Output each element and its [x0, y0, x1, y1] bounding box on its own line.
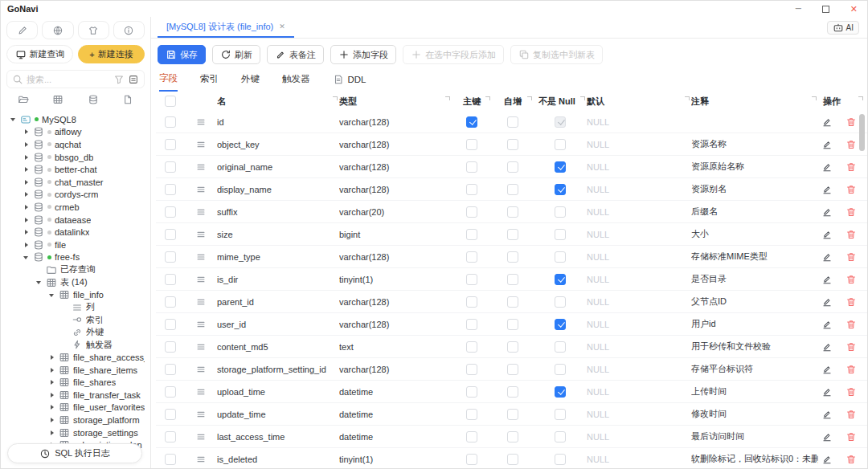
primary-key-checkbox[interactable]	[466, 274, 477, 285]
default-value[interactable]: NULL	[587, 230, 691, 239]
primary-key-checkbox[interactable]	[466, 184, 477, 195]
edit-comment-button[interactable]	[821, 454, 833, 465]
delete-field-button[interactable]	[845, 319, 857, 330]
drag-handle-icon[interactable]	[195, 364, 207, 375]
field-type[interactable]: tinyint(1)	[339, 275, 452, 284]
field-name[interactable]: mime_type	[217, 252, 339, 262]
column-header-type[interactable]: 类型	[339, 96, 452, 108]
default-value[interactable]: NULL	[587, 275, 691, 284]
row-select-checkbox[interactable]	[165, 431, 176, 442]
tab-ddl[interactable]: DDL	[333, 72, 366, 92]
maximize-icon[interactable]	[822, 6, 829, 13]
row-select-checkbox[interactable]	[165, 116, 176, 128]
auto-increment-checkbox[interactable]	[507, 364, 518, 375]
field-type[interactable]: varchar(128)	[339, 162, 452, 172]
default-value[interactable]: NULL	[587, 207, 691, 217]
not-null-checkbox[interactable]	[555, 251, 566, 263]
edit-comment-button[interactable]	[821, 184, 833, 195]
tree-expand-arrow-icon[interactable]	[23, 141, 30, 148]
tab-design-table[interactable]: [MySQL8] 设计表 (file_info) ✕	[158, 17, 294, 38]
edit-comment-button[interactable]	[821, 206, 833, 218]
field-type[interactable]: varchar(128)	[339, 185, 452, 194]
column-header-primary-key[interactable]: 主键	[452, 96, 492, 108]
tree-collapse-arrow-icon[interactable]	[23, 254, 30, 261]
select-all-checkbox[interactable]	[165, 96, 176, 107]
tree-item[interactable]: storage_settings	[6, 426, 145, 439]
close-tab-icon[interactable]: ✕	[279, 22, 285, 31]
tree-item[interactable]: 列	[6, 301, 145, 314]
delete-field-button[interactable]	[845, 229, 857, 240]
field-name[interactable]: last_access_time	[217, 432, 339, 442]
tree-item[interactable]: 触发器	[6, 339, 145, 352]
default-value[interactable]: NULL	[587, 387, 691, 397]
column-header-name[interactable]: 名	[217, 96, 339, 108]
drag-handle-icon[interactable]	[195, 229, 207, 240]
info-button[interactable]	[113, 21, 145, 39]
delete-field-button[interactable]	[845, 139, 857, 150]
drag-handle-icon[interactable]	[195, 161, 207, 173]
edit-comment-button[interactable]	[821, 161, 833, 173]
drag-handle-icon[interactable]	[195, 319, 207, 330]
drag-handle-icon[interactable]	[195, 274, 207, 285]
field-type[interactable]: datetime	[339, 432, 452, 442]
tree-item[interactable]: crmeb	[6, 201, 145, 214]
field-name[interactable]: is_deleted	[217, 455, 339, 464]
primary-key-checkbox[interactable]	[466, 161, 477, 173]
tree-expand-arrow-icon[interactable]	[48, 391, 55, 398]
not-null-checkbox[interactable]	[555, 409, 566, 420]
tree-item[interactable]: file	[6, 239, 145, 251]
field-name[interactable]: content_md5	[217, 342, 339, 352]
smart-filter-icon[interactable]	[128, 74, 139, 85]
filter-funnel-icon[interactable]	[113, 74, 125, 85]
drag-handle-icon[interactable]	[195, 409, 207, 420]
new-query-button[interactable]: 新建查询	[6, 45, 73, 63]
tree-item[interactable]: 外键	[6, 326, 145, 339]
edit-comment-button[interactable]	[821, 431, 833, 442]
not-null-checkbox[interactable]	[555, 274, 566, 285]
tree-expand-arrow-icon[interactable]	[48, 404, 55, 411]
tree-item[interactable]: aqchat	[6, 138, 145, 151]
drag-handle-icon[interactable]	[195, 206, 207, 218]
globe-button[interactable]	[42, 21, 73, 39]
default-value[interactable]: NULL	[587, 117, 691, 127]
tree-expand-arrow-icon[interactable]	[23, 153, 30, 161]
tree-item[interactable]: dataease	[6, 214, 145, 226]
not-null-checkbox[interactable]	[555, 296, 566, 308]
delete-field-button[interactable]	[845, 341, 857, 353]
tree-item[interactable]: better-chat	[6, 163, 145, 176]
edit-comment-button[interactable]	[821, 229, 833, 240]
primary-key-checkbox[interactable]	[466, 454, 477, 465]
delete-field-button[interactable]	[845, 274, 857, 285]
auto-increment-checkbox[interactable]	[507, 184, 518, 195]
tree-item[interactable]: 表 (14)	[6, 276, 145, 289]
new-connection-button[interactable]: + 新建连接	[78, 45, 145, 63]
not-null-checkbox[interactable]	[555, 184, 566, 195]
drag-handle-icon[interactable]	[195, 431, 207, 442]
table-comment-button[interactable]: 表备注	[267, 45, 324, 64]
not-null-checkbox[interactable]	[555, 454, 566, 465]
default-value[interactable]: NULL	[587, 342, 691, 352]
row-select-checkbox[interactable]	[165, 161, 176, 173]
row-select-checkbox[interactable]	[165, 364, 176, 375]
field-type[interactable]: varchar(128)	[339, 140, 452, 149]
default-value[interactable]: NULL	[587, 365, 691, 374]
delete-field-button[interactable]	[845, 296, 857, 308]
tree-item[interactable]: aiflowy	[6, 126, 145, 139]
tree-expand-arrow-icon[interactable]	[48, 366, 55, 373]
edit-comment-button[interactable]	[821, 116, 833, 128]
auto-increment-checkbox[interactable]	[507, 274, 518, 285]
edit-comment-button[interactable]	[821, 274, 833, 285]
drag-handle-icon[interactable]	[195, 139, 207, 150]
not-null-checkbox[interactable]	[555, 364, 566, 375]
row-select-checkbox[interactable]	[165, 229, 176, 240]
tree-expand-arrow-icon[interactable]	[23, 216, 30, 223]
field-name[interactable]: update_time	[217, 410, 339, 419]
field-name[interactable]: suffix	[217, 207, 339, 217]
primary-key-checkbox[interactable]	[466, 319, 477, 330]
primary-key-checkbox[interactable]	[466, 364, 477, 375]
tree-item[interactable]: file_shares	[6, 376, 145, 389]
search-input[interactable]	[27, 75, 110, 84]
delete-field-button[interactable]	[845, 184, 857, 195]
auto-increment-checkbox[interactable]	[507, 341, 518, 353]
drag-handle-icon[interactable]	[195, 184, 207, 195]
